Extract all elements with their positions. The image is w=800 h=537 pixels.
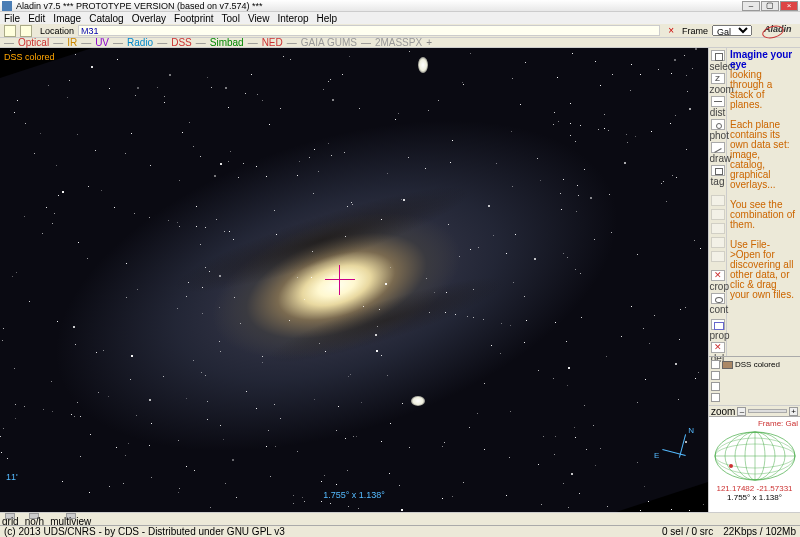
status-bar: (c) 2013 UDS/CNRS - by CDS - Distributed…: [0, 525, 800, 537]
open-file-button[interactable]: [4, 25, 16, 37]
tool-disabled: [710, 237, 726, 248]
menu-view[interactable]: View: [248, 13, 270, 24]
tool-column: selectzoomdistphotdrawtag cropcont propd…: [709, 48, 727, 356]
zoom-label: zoom: [711, 406, 735, 417]
multiview-button[interactable]: multiview: [50, 513, 91, 525]
zoom-slider[interactable]: [748, 409, 787, 413]
menu-image[interactable]: Image: [53, 13, 81, 24]
menu-catalog[interactable]: Catalog: [89, 13, 123, 24]
empty-slot[interactable]: [711, 371, 720, 380]
maximize-button[interactable]: ▢: [761, 1, 779, 11]
crop-icon: [711, 270, 725, 281]
scale-label: 11': [6, 472, 18, 482]
clear-location-button[interactable]: ×: [668, 25, 674, 36]
menu-overlay[interactable]: Overlay: [132, 13, 166, 24]
del-icon: [711, 342, 725, 353]
catalog-bar: —Optical —IR —UV —Radio —DSS —Simbad —NE…: [0, 38, 800, 48]
network-status: 22Kbps / 102Mb: [723, 526, 796, 537]
noh-button[interactable]: no/h: [25, 513, 44, 525]
compass-icon: N E: [660, 432, 690, 462]
location-input[interactable]: [78, 25, 660, 36]
overview-globe[interactable]: Frame: Gal 121.17482 -21.57331 1.755° x …: [709, 416, 800, 512]
tag-icon: [711, 165, 725, 176]
sidebar: selectzoomdistphotdrawtag cropcont propd…: [708, 48, 800, 512]
tool-dist[interactable]: dist: [710, 96, 726, 118]
tool-select[interactable]: select: [710, 50, 726, 72]
select-icon: [711, 50, 725, 61]
cat-uv[interactable]: UV: [95, 37, 109, 48]
plane-stack: DSS colored: [709, 356, 800, 405]
cat-2mass[interactable]: 2MASSPX: [375, 37, 422, 48]
tool-disabled: [710, 209, 726, 220]
empty-slot[interactable]: [711, 382, 720, 391]
frame-select[interactable]: Gal: [712, 25, 752, 36]
phot-icon: [711, 119, 725, 130]
cat-ir[interactable]: IR: [67, 37, 77, 48]
zoom-out-button[interactable]: –: [737, 407, 746, 416]
tool-phot[interactable]: phot: [710, 119, 726, 141]
help-panel: Imagine your eye looking through a stack…: [727, 48, 800, 356]
selection-count: 0 sel / 0 src: [662, 526, 713, 537]
copyright-text: (c) 2013 UDS/CNRS - by CDS - Distributed…: [4, 526, 652, 537]
cat-simbad[interactable]: Simbad: [210, 37, 244, 48]
close-button[interactable]: ×: [780, 1, 798, 11]
tool-prop[interactable]: prop: [710, 319, 726, 341]
plane-checkbox[interactable]: [711, 360, 720, 369]
toolbar: Location × Frame Gal Aladin: [0, 24, 800, 38]
menu-bar: File Edit Image Catalog Overlay Footprin…: [0, 12, 800, 24]
menu-help[interactable]: Help: [317, 13, 338, 24]
menu-interop[interactable]: Interop: [277, 13, 308, 24]
fov-label: 1.755° x 1.138°: [323, 490, 385, 500]
help-title: Imagine your eye: [730, 50, 797, 70]
sky-viewer[interactable]: DSS colored 11' 1.755° x 1.138° N E: [0, 48, 708, 512]
minimize-button[interactable]: –: [742, 1, 760, 11]
plane-label: DSS colored: [4, 52, 55, 62]
tool-disabled: [710, 251, 726, 262]
aladin-logo: Aladin: [764, 24, 796, 38]
globe-coordinates: 121.17482 -21.57331: [716, 484, 792, 493]
prop-icon: [711, 319, 725, 330]
cat-gaia[interactable]: GAIA GUMS: [301, 37, 357, 48]
plane-swatch: [722, 361, 733, 369]
zoom-icon: [711, 73, 725, 84]
frame-label: Frame: [682, 26, 708, 36]
dist-icon: [711, 96, 725, 107]
plane-name: DSS colored: [735, 360, 780, 369]
tool-zoom[interactable]: zoom: [710, 73, 726, 95]
draw-icon: [711, 142, 725, 153]
tool-disabled: [710, 195, 726, 206]
save-button[interactable]: [20, 25, 32, 37]
cont-icon: [711, 293, 725, 304]
title-bar: Aladin v7.5 *** PROTOTYPE VERSION (based…: [0, 0, 800, 12]
menu-tool[interactable]: Tool: [222, 13, 240, 24]
tool-cont[interactable]: cont: [710, 293, 726, 315]
menu-footprint[interactable]: Footprint: [174, 13, 213, 24]
tool-tag[interactable]: tag: [710, 165, 726, 187]
window-title: Aladin v7.5 *** PROTOTYPE VERSION (based…: [16, 1, 741, 11]
svg-point-8: [729, 464, 733, 468]
menu-file[interactable]: File: [4, 13, 20, 24]
globe-frame-label: Frame: Gal: [758, 419, 798, 428]
cat-radio[interactable]: Radio: [127, 37, 153, 48]
zoom-in-button[interactable]: +: [789, 407, 798, 416]
reticle-icon: [325, 265, 355, 295]
cat-ned[interactable]: NED: [262, 37, 283, 48]
view-toolbar: grid no/h multiview: [0, 512, 800, 525]
add-catalog-button[interactable]: +: [426, 37, 432, 48]
app-icon: [2, 1, 12, 11]
tool-draw[interactable]: draw: [710, 142, 726, 164]
cat-optical[interactable]: Optical: [18, 37, 49, 48]
empty-slot[interactable]: [711, 393, 720, 402]
zoom-control: zoom – +: [709, 405, 800, 416]
location-label: Location: [40, 26, 74, 36]
stack-plane-row[interactable]: DSS colored: [711, 359, 798, 370]
tool-crop[interactable]: crop: [710, 270, 726, 292]
main-area: DSS colored 11' 1.755° x 1.138° N E sele…: [0, 48, 800, 512]
globe-fov: 1.755° x 1.138°: [727, 493, 782, 502]
menu-edit[interactable]: Edit: [28, 13, 45, 24]
grid-button[interactable]: grid: [2, 513, 19, 525]
cat-dss[interactable]: DSS: [171, 37, 192, 48]
tool-disabled: [710, 223, 726, 234]
